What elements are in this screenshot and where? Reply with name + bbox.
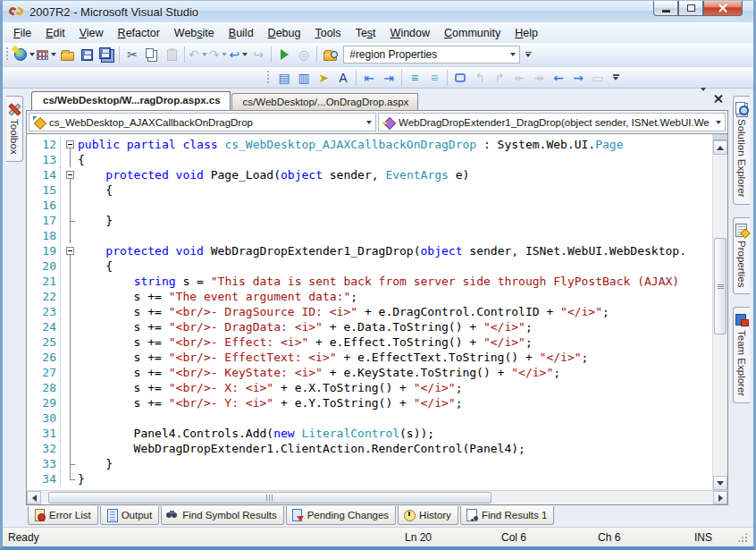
find-combo-box[interactable]: #region Properties: [343, 46, 520, 63]
menu-refactor[interactable]: Refactor: [111, 24, 167, 42]
restore-button[interactable]: [678, 1, 703, 16]
sidebar-tab-properties[interactable]: Properties: [733, 217, 750, 294]
code-line-16[interactable]: 16: [27, 198, 712, 213]
undo-button[interactable]: ↶: [188, 45, 208, 64]
paste-button[interactable]: [162, 45, 181, 64]
previous-bookmark-in-document-button[interactable]: ⇜: [549, 68, 568, 88]
redo-button[interactable]: ↷: [208, 45, 229, 64]
code-line-20[interactable]: 20 {: [27, 258, 712, 274]
menu-debug[interactable]: Debug: [261, 24, 308, 42]
navigate-forward-button[interactable]: ↪: [248, 45, 268, 64]
members-dropdown[interactable]: WebDragDropExtender1_DragDrop(object sen…: [378, 113, 726, 131]
code-line-26[interactable]: 26 s += "<br/>- EffectText: <i>" + e.Eff…: [27, 350, 712, 365]
panel-tab-find-results-1[interactable]: Find Results 1: [460, 506, 555, 525]
code-line-13[interactable]: 13{: [27, 152, 712, 167]
code-line-27[interactable]: 27 s += "<br/>- KeyState: <i>" + e.KeySt…: [27, 365, 712, 380]
code-line-24[interactable]: 24 s += "<br/>- DragData: <i>" + e.Data.…: [27, 319, 712, 334]
code-line-22[interactable]: 22 s += "The event argument data:";: [27, 289, 712, 304]
horizontal-scrollbar[interactable]: [26, 490, 728, 505]
code-line-21[interactable]: 21 string s = "This data is sent back fr…: [27, 274, 712, 289]
new-web-site-button[interactable]: [13, 45, 36, 64]
types-dropdown-arrow[interactable]: [362, 114, 375, 131]
decrease-indent-button[interactable]: ⇤: [359, 68, 379, 88]
toolbar-options-button[interactable]: [610, 69, 621, 87]
vertical-scrollbar[interactable]: [712, 134, 727, 490]
scroll-right-button[interactable]: [713, 491, 727, 504]
code-line-17[interactable]: 17 }: [27, 213, 712, 228]
code-line-14[interactable]: 14 protected void Page_Load(object sende…: [27, 167, 712, 182]
sidebar-tab-toolbox[interactable]: Toolbox: [6, 96, 23, 162]
previous-bookmark-button[interactable]: ↰: [470, 68, 490, 88]
display-member-list-button[interactable]: ▤: [274, 68, 294, 88]
collapse-region-button[interactable]: [63, 167, 78, 182]
start-debugging-button[interactable]: [274, 45, 294, 64]
scroll-down-button[interactable]: [713, 476, 727, 490]
members-dropdown-arrow[interactable]: [711, 114, 725, 131]
code-line-33[interactable]: 33 }: [27, 456, 712, 471]
sidebar-tab-team-explorer[interactable]: Team Explorer: [733, 307, 750, 403]
code-line-25[interactable]: 25 s += "<br/>- Effect: <i>" + e.Effect.…: [27, 334, 712, 350]
scroll-left-button[interactable]: [27, 491, 41, 504]
find-in-code-button[interactable]: ◎: [294, 45, 314, 64]
code-line-34[interactable]: 34}: [27, 471, 712, 487]
save-button[interactable]: [77, 45, 97, 64]
menu-view[interactable]: View: [72, 24, 111, 42]
comment-lines-button[interactable]: ≡: [405, 68, 424, 88]
display-word-completion-button[interactable]: A: [333, 68, 353, 88]
add-new-item-button[interactable]: [36, 45, 57, 64]
menu-edit[interactable]: Edit: [38, 24, 72, 42]
vertical-scroll-thumb[interactable]: [714, 238, 727, 334]
previous-bookmark-in-folder-button[interactable]: ↞: [509, 68, 529, 88]
minimize-button[interactable]: [653, 1, 678, 16]
toolbar-options-button[interactable]: [523, 46, 533, 63]
collapse-region-button[interactable]: [63, 243, 78, 258]
close-button[interactable]: [703, 1, 743, 16]
horizontal-scroll-thumb[interactable]: [48, 492, 491, 503]
scroll-up-button[interactable]: [713, 140, 727, 155]
panel-tab-find-symbol-results[interactable]: Find Symbol Results: [161, 506, 283, 525]
code-line-15[interactable]: 15 {: [27, 182, 712, 198]
next-bookmark-in-document-button[interactable]: ⇝: [568, 68, 588, 88]
code-line-32[interactable]: 32 WebDragDropExtender1.ClientAction.Ren…: [27, 441, 712, 456]
panel-tab-output[interactable]: Output: [100, 506, 160, 525]
next-bookmark-button[interactable]: ↱: [490, 68, 509, 88]
document-tab-active[interactable]: cs/WebDesktop/W...ragDrop.aspx.cs: [31, 91, 231, 110]
code-line-30[interactable]: 30: [27, 410, 712, 426]
navigate-backward-button[interactable]: ↩: [228, 45, 248, 64]
cut-button[interactable]: ✂: [122, 45, 142, 64]
active-files-dropdown-button[interactable]: [701, 91, 706, 107]
toolbar-grip[interactable]: [266, 71, 271, 85]
code-line-29[interactable]: 29 s += "<br/>- Y: <i>" + e.Y.ToString()…: [27, 395, 712, 410]
splitter-handle[interactable]: [713, 134, 727, 140]
menu-window[interactable]: Window: [383, 24, 437, 42]
display-parameter-info-button[interactable]: ▥: [294, 68, 314, 88]
document-tab[interactable]: cs/WebDesktop/...OnDragDrop.aspx: [231, 93, 419, 110]
code-line-31[interactable]: 31 Panel4.Controls.Add(new LiteralContro…: [27, 426, 712, 441]
sidebar-tab-solution-explorer[interactable]: Solution Explorer: [733, 96, 750, 205]
find-combo-dropdown[interactable]: [506, 47, 519, 63]
open-file-button[interactable]: [57, 45, 77, 64]
uncomment-lines-button[interactable]: ≡: [424, 68, 444, 88]
code-line-23[interactable]: 23 s += "<br/>- DragSource ID: <i>" + e.…: [27, 304, 712, 319]
increase-indent-button[interactable]: ⇥: [379, 68, 399, 88]
collapse-region-button[interactable]: [63, 137, 78, 152]
copy-button[interactable]: [142, 45, 162, 64]
types-dropdown[interactable]: cs_WebDesktop_AJAXCallbackOnDragDrop: [29, 113, 376, 131]
code-line-18[interactable]: 18: [27, 228, 712, 243]
vertical-scroll-track[interactable]: [713, 155, 727, 476]
panel-tab-history[interactable]: History: [398, 506, 458, 525]
horizontal-scroll-track[interactable]: [41, 491, 713, 504]
display-quick-info-button[interactable]: ➤: [314, 68, 333, 88]
menu-community[interactable]: Community: [437, 24, 508, 42]
find-in-files-button[interactable]: [320, 45, 340, 64]
panel-tab-pending-changes[interactable]: Pending Changes: [286, 506, 396, 525]
resize-grip[interactable]: [737, 532, 748, 543]
menu-help[interactable]: Help: [508, 24, 545, 42]
code-line-19[interactable]: 19 protected void WebDragDropExtender1_D…: [27, 243, 712, 258]
code-line-12[interactable]: 12public partial class cs_WebDesktop_AJA…: [27, 137, 712, 152]
panel-tab-error-list[interactable]: Error List: [28, 506, 98, 525]
clear-bookmarks-button[interactable]: ▭: [588, 68, 608, 88]
menu-test[interactable]: Test: [349, 24, 383, 42]
close-document-button[interactable]: [713, 91, 723, 107]
menu-website[interactable]: Website: [167, 24, 222, 42]
